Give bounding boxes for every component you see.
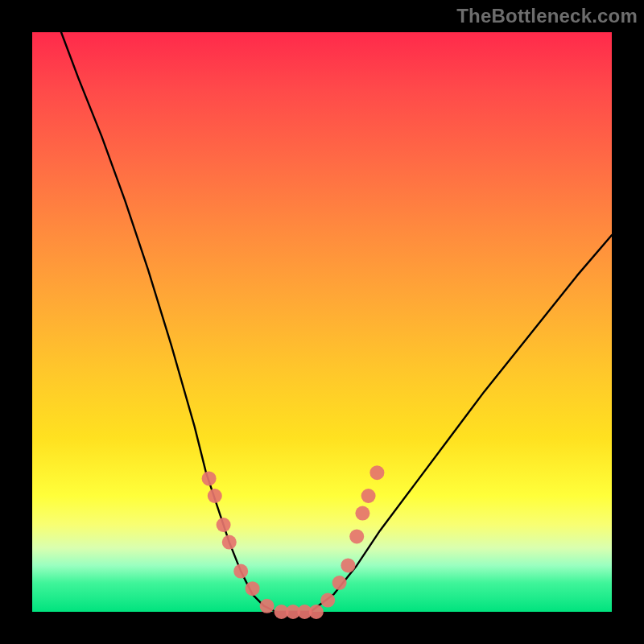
chart-frame: TheBottleneck.com [0,0,644,644]
highlight-dot [202,471,217,485]
highlight-dot [233,564,248,579]
highlight-dot [246,581,260,596]
bottleneck-curve-path [61,32,612,612]
highlight-dot [332,576,347,590]
chart-svg [32,32,612,612]
highlight-dot [369,465,384,480]
highlight-dot [260,599,275,613]
highlight-dot [349,529,364,543]
highlight-dots-group [202,465,385,619]
watermark-text: TheBottleneck.com [456,5,638,27]
highlight-dot [309,605,324,619]
highlight-dot [361,489,376,503]
highlight-dot [222,535,237,550]
highlight-dot [208,489,222,503]
highlight-dot [320,593,335,608]
highlight-dot [341,558,355,572]
highlight-dot [355,506,369,521]
highlight-dot [217,518,231,532]
